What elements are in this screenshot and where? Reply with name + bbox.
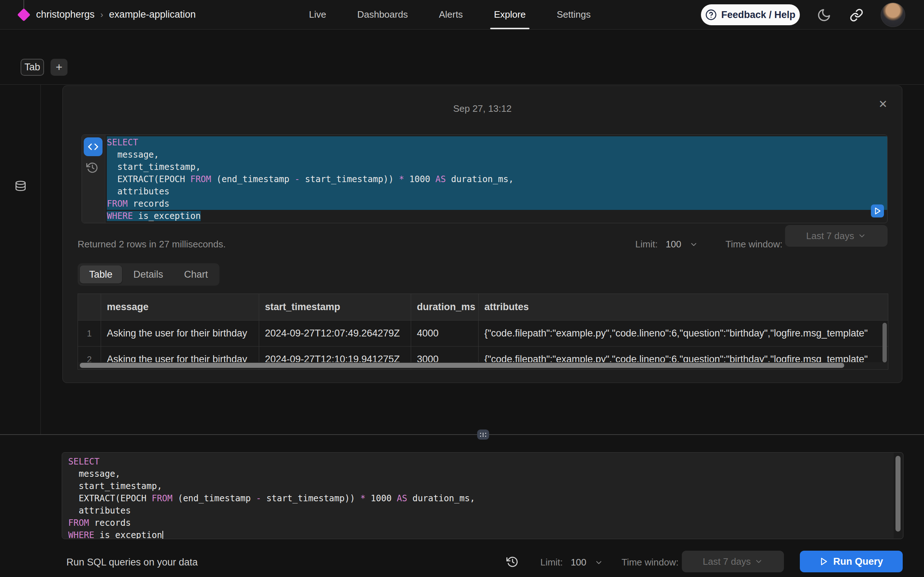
limit-label: Limit: [540, 557, 563, 568]
sql-line: start_timestamp, [107, 161, 887, 173]
sql-line: SELECT [68, 456, 903, 468]
view-tab-details[interactable]: Details [124, 266, 173, 284]
code-view-button[interactable] [84, 137, 102, 156]
nav-tab-explore[interactable]: Explore [494, 0, 525, 29]
column-header-start_timestamp[interactable]: start_timestamp [259, 294, 411, 320]
sql-line: attributes [68, 504, 903, 517]
pane-resize-handle[interactable] [477, 429, 489, 440]
editor-scrollbar-track[interactable] [894, 453, 903, 538]
time-window-value: Last 7 days [806, 230, 855, 242]
vertical-scrollbar-thumb[interactable] [882, 323, 887, 363]
sql-line: FROM records [68, 517, 903, 529]
time-window-dropdown[interactable]: Last 7 days [682, 551, 784, 572]
sql-editor-text: SELECT message, start_timestamp, EXTRACT… [62, 453, 903, 539]
result-status: Returned 2 rows in 27 milliseconds. [78, 239, 226, 250]
nav-tab-dashboards[interactable]: Dashboards [357, 0, 408, 29]
limit-dropdown[interactable]: Limit: 100 [635, 239, 698, 250]
limit-dropdown[interactable]: Limit: 100 [540, 557, 603, 568]
column-header-attributes[interactable]: attributes [478, 294, 888, 320]
run-query-button[interactable]: Run Query [800, 551, 903, 572]
query-timestamp: Sep 27, 13:12 [63, 103, 902, 114]
result-view-tabs: TableDetailsChart [78, 263, 220, 285]
run-query-label: Run Query [833, 556, 883, 567]
sql-line: WHERE is_exception [107, 210, 887, 222]
horizontal-scrollbar-thumb[interactable] [80, 363, 844, 368]
close-icon[interactable]: ✕ [879, 99, 888, 110]
logo-beam [23, 0, 24, 10]
feedback-help-button[interactable]: Feedback / Help [701, 4, 800, 25]
run-inline-button[interactable] [871, 205, 884, 218]
time-window-value: Last 7 days [703, 556, 751, 567]
chevron-down-icon [858, 232, 866, 240]
explore-page: christophergs › example-application Live… [0, 0, 924, 577]
nav-tab-live[interactable]: Live [309, 0, 326, 29]
editor-hint: Run SQL queries on your data [66, 557, 198, 568]
sql-line: message, [107, 148, 887, 161]
pane-divider [0, 434, 924, 435]
theme-toggle-button[interactable] [817, 8, 831, 23]
view-tab-table[interactable]: Table [80, 266, 122, 284]
help-icon [705, 9, 717, 21]
plus-icon: + [56, 61, 63, 74]
sql-line: SELECT [107, 136, 887, 148]
sql-line: EXTRACT(EPOCH FROM (end_timestamp - star… [68, 492, 903, 504]
drag-handle-icon [483, 434, 484, 435]
nav-tabs: LiveDashboardsAlertsExploreSettings [309, 0, 591, 29]
limit-label: Limit: [635, 239, 657, 250]
code-icon [88, 141, 99, 152]
time-window-label: Time window: [622, 557, 678, 568]
editor-scrollbar-thumb[interactable] [895, 456, 901, 532]
sql-line: message, [68, 468, 903, 480]
share-link-button[interactable] [850, 8, 863, 22]
limit-value: 100 [666, 239, 681, 250]
chevron-down-icon [690, 240, 698, 249]
top-nav: christophergs › example-application Live… [0, 0, 924, 29]
table-cell: 2024-09-27T12:07:49.264279Z [259, 321, 411, 346]
table-cell: Asking the user for their birthday [101, 321, 259, 346]
executed-sql-block[interactable]: SELECT message, start_timestamp, EXTRACT… [82, 134, 888, 223]
table-cell: {"code.filepath":"example.py","code.line… [478, 321, 888, 346]
code-gutter [82, 135, 105, 223]
breadcrumb-separator-icon: › [100, 10, 103, 20]
text-cursor [162, 531, 163, 539]
history-icon[interactable] [506, 556, 519, 568]
play-icon [874, 207, 881, 215]
nav-tab-alerts[interactable]: Alerts [439, 0, 463, 29]
chevron-down-icon [754, 557, 763, 566]
view-tab-chart[interactable]: Chart [175, 266, 217, 284]
breadcrumb: christophergs › example-application [36, 0, 195, 29]
row-number-header [78, 294, 101, 320]
limit-value: 100 [571, 557, 586, 568]
table-row[interactable]: 1Asking the user for their birthday2024-… [78, 320, 888, 346]
column-header-duration_ms[interactable]: duration_ms [411, 294, 478, 320]
column-header-message[interactable]: message [101, 294, 259, 320]
feedback-help-label: Feedback / Help [721, 10, 795, 21]
table-cell: 1 [78, 321, 101, 346]
play-icon [819, 557, 828, 566]
user-avatar[interactable] [881, 3, 905, 27]
sql-line: EXTRACT(EPOCH FROM (end_timestamp - star… [107, 173, 887, 185]
result-table: messagestart_timestampduration_msattribu… [78, 293, 888, 370]
breadcrumb-project[interactable]: example-application [109, 9, 195, 20]
table-header-row: messagestart_timestampduration_msattribu… [78, 294, 888, 320]
history-icon[interactable] [86, 161, 99, 174]
sql-line: WHERE is_exception [68, 529, 903, 539]
query-result-card: Sep 27, 13:12 ✕ SELECT message, start_ti… [63, 85, 902, 383]
executed-sql-text: SELECT message, start_timestamp, EXTRACT… [105, 135, 887, 223]
schema-sidebar [0, 85, 41, 434]
query-tab-label: Tab [24, 62, 40, 73]
database-icon[interactable] [15, 180, 27, 193]
time-window-label: Time window: [725, 239, 782, 250]
breadcrumb-org[interactable]: christophergs [36, 9, 95, 20]
add-tab-button[interactable]: + [50, 59, 68, 76]
table-cell: 4000 [411, 321, 478, 346]
logfire-logo-icon[interactable] [17, 8, 31, 22]
moon-icon [817, 8, 831, 23]
query-tab[interactable]: Tab [21, 59, 44, 76]
sql-editor[interactable]: SELECT message, start_timestamp, EXTRACT… [62, 452, 903, 539]
sql-line: start_timestamp, [68, 480, 903, 492]
sql-line: FROM records [107, 198, 887, 210]
horizontal-scrollbar-track[interactable] [78, 362, 888, 369]
nav-tab-settings[interactable]: Settings [557, 0, 591, 29]
time-window-dropdown[interactable]: Last 7 days [785, 225, 888, 247]
